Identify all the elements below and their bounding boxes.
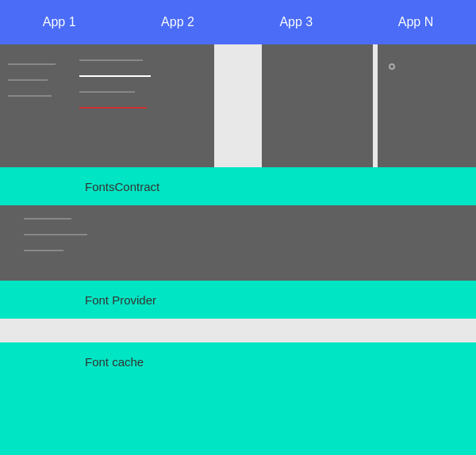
middle-dark-section	[0, 205, 476, 281]
font-cache-section: Font cache	[0, 342, 476, 380]
app-tab-2[interactable]: App 2	[148, 9, 207, 36]
app-tab-1[interactable]: App 1	[30, 9, 89, 36]
bottom-teal-section	[0, 380, 476, 455]
font-provider-section: Font Provider	[0, 281, 476, 319]
font-cache-label: Font cache	[85, 355, 144, 369]
app1-line-3	[8, 95, 52, 97]
app1-line-1	[8, 63, 56, 65]
appn-dot	[389, 63, 395, 70]
app-bar: App 1 App 2 App 3 App N	[0, 0, 476, 44]
middle-line-1	[24, 218, 71, 220]
font-provider-label: Font Provider	[85, 293, 156, 307]
app2-line-4	[79, 107, 147, 109]
app1-line-2	[8, 79, 48, 81]
fonts-contract-label: FontsContract	[85, 180, 159, 193]
middle-line-2	[24, 234, 87, 235]
fonts-contract-section: FontsContract	[0, 167, 476, 205]
middle-line-3	[24, 250, 63, 251]
app-tab-3[interactable]: App 3	[267, 9, 325, 36]
app2-line-1	[79, 59, 143, 61]
gap-between-providers	[0, 319, 476, 342]
app2-line-2	[79, 75, 151, 77]
app-tab-n[interactable]: App N	[386, 9, 446, 36]
main-container: App 1 App 2 App 3 App N FontsContract Fo…	[0, 0, 476, 455]
app-block-3	[262, 44, 373, 167]
app-block-2	[71, 44, 214, 167]
app2-line-3	[79, 91, 135, 93]
